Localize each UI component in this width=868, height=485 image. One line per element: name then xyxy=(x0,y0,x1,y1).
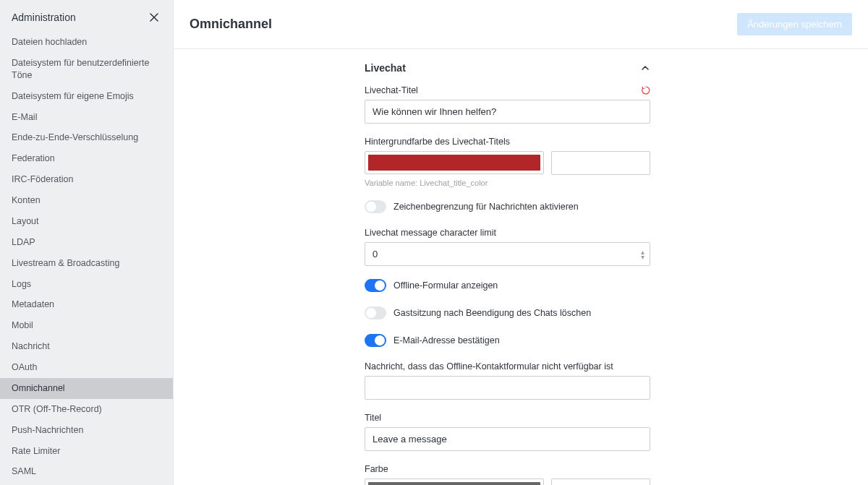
save-button[interactable]: Änderungen speichern xyxy=(737,13,852,35)
toggle-clear-guest: Gastsitzung nach Beendigung des Chats lö… xyxy=(365,306,650,319)
sidebar-item[interactable]: Dateisystem für benutzerdefinierte Töne xyxy=(0,53,173,86)
helper-text: Variable name: Livechat_title_color xyxy=(365,179,650,187)
field-label: Livechat message character limit xyxy=(365,228,496,238)
sidebar-item[interactable]: Ende-zu-Ende-Verschlüsselung xyxy=(0,127,173,148)
reset-icon[interactable] xyxy=(642,86,650,95)
validate-email-toggle[interactable] xyxy=(365,334,386,347)
sidebar-item[interactable]: Dateien hochladen xyxy=(0,32,173,53)
livechat-title-input[interactable] xyxy=(365,100,650,124)
sidebar-item[interactable]: Metadaten xyxy=(0,294,173,315)
color-hex-input[interactable] xyxy=(551,478,650,485)
sidebar-item[interactable]: E-Mail xyxy=(0,107,173,128)
sidebar-item[interactable]: Konten xyxy=(0,190,173,211)
sidebar-item[interactable]: Dateisystem für eigene Emojis xyxy=(0,86,173,107)
offline-unavailable-input[interactable] xyxy=(365,376,650,400)
field-livechat-title: Livechat-Titel xyxy=(365,85,650,124)
toggle-label: E-Mail-Adresse bestätigen xyxy=(393,335,500,345)
close-icon xyxy=(149,12,159,22)
close-sidebar-button[interactable] xyxy=(147,10,161,25)
sidebar-item[interactable]: Rate Limiter xyxy=(0,441,173,462)
field-label: Livechat-Titel xyxy=(365,85,418,95)
field-offline-unavailable: Nachricht, dass das Offline-Kontaktformu… xyxy=(365,361,650,400)
sidebar-item[interactable]: Livestream & Broadcasting xyxy=(0,253,173,274)
sidebar-item[interactable]: Omnichannel xyxy=(0,378,173,399)
sidebar-item[interactable]: OAuth xyxy=(0,357,173,378)
offline-form-toggle[interactable] xyxy=(365,279,386,292)
sidebar-item[interactable]: Nachricht xyxy=(0,336,173,357)
toggle-label: Gastsitzung nach Beendigung des Chats lö… xyxy=(393,308,591,318)
main-panel: Omnichannel Änderungen speichern Livecha… xyxy=(174,0,868,485)
offline-title-input[interactable] xyxy=(365,427,650,451)
sidebar-item[interactable]: Setup-Assistent xyxy=(0,482,173,485)
char-limit-input[interactable] xyxy=(365,242,650,266)
sidebar-title: Administration xyxy=(12,12,76,23)
color-hex-input[interactable] xyxy=(551,151,650,175)
page-title: Omnichannel xyxy=(190,17,272,32)
color-swatch-box[interactable] xyxy=(365,151,544,174)
sidebar-item[interactable]: Push-Nachrichten xyxy=(0,420,173,441)
color-swatch xyxy=(368,155,540,171)
sidebar-item[interactable]: IRC-Föderation xyxy=(0,169,173,190)
content-scroll[interactable]: Livechat Livechat-Titel Hintergrundfarbe… xyxy=(174,49,868,485)
section-title: Livechat xyxy=(365,62,406,74)
field-label: Titel xyxy=(365,413,381,423)
toggle-label: Offline-Formular anzeigen xyxy=(393,280,498,291)
field-char-limit: Livechat message character limit ▴▾ xyxy=(365,228,650,266)
sidebar-item[interactable]: OTR (Off-The-Record) xyxy=(0,399,173,420)
color-swatch-box[interactable] xyxy=(365,478,544,485)
chevron-up-icon xyxy=(640,63,650,73)
field-bg-color: Hintergrundfarbe des Livechat-Titels Var… xyxy=(365,137,650,187)
color-swatch xyxy=(368,482,540,485)
sidebar-header: Administration xyxy=(0,0,173,32)
toggle-char-limit: Zeichenbegrenzung für Nachrichten aktivi… xyxy=(365,200,650,213)
field-label: Nachricht, dass das Offline-Kontaktformu… xyxy=(365,361,613,372)
field-label: Hintergrundfarbe des Livechat-Titels xyxy=(365,137,510,147)
main-header: Omnichannel Änderungen speichern xyxy=(174,0,868,49)
toggle-validate-email: E-Mail-Adresse bestätigen xyxy=(365,334,650,347)
toggle-label: Zeichenbegrenzung für Nachrichten aktivi… xyxy=(393,202,579,212)
section-header-livechat[interactable]: Livechat xyxy=(365,62,650,85)
sidebar-item[interactable]: Federation xyxy=(0,148,173,169)
sidebar-nav: Dateien hochladenDateisystem für benutze… xyxy=(0,32,173,485)
admin-sidebar: Administration Dateien hochladenDateisys… xyxy=(0,0,174,485)
field-offline-color: Farbe Variable name: Livechat_offline_ti… xyxy=(365,464,650,485)
field-offline-title: Titel xyxy=(365,413,650,451)
sidebar-item[interactable]: Mobil xyxy=(0,315,173,336)
field-label: Farbe xyxy=(365,464,388,474)
toggle-offline-form: Offline-Formular anzeigen xyxy=(365,279,650,292)
char-limit-toggle[interactable] xyxy=(365,200,386,213)
sidebar-item[interactable]: Logs xyxy=(0,274,173,295)
sidebar-item[interactable]: Layout xyxy=(0,211,173,232)
clear-guest-toggle[interactable] xyxy=(365,306,386,319)
sidebar-item[interactable]: LDAP xyxy=(0,232,173,253)
sidebar-item[interactable]: SAML xyxy=(0,461,173,482)
